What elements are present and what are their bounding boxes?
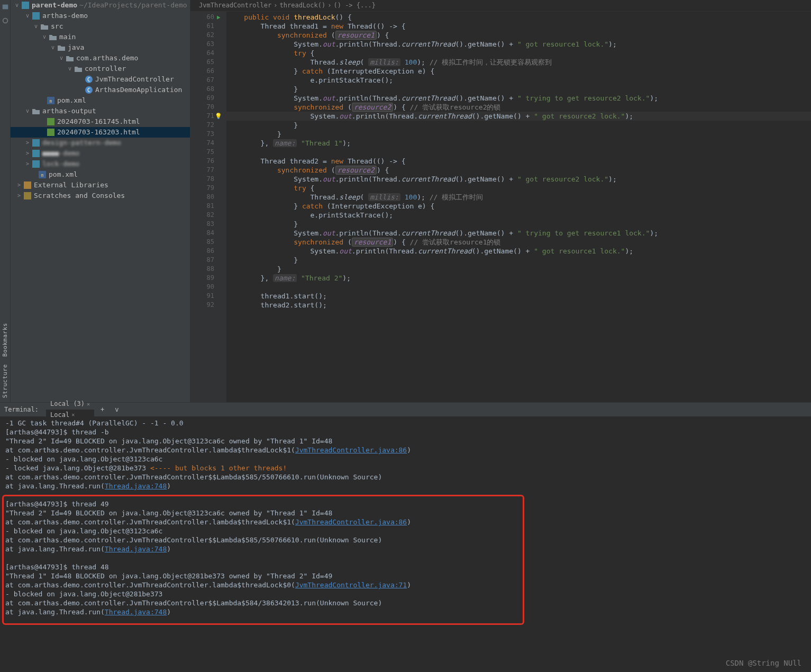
code-line[interactable]: Thread.sleep( millis: 100); // 模拟工作时间，让死…: [226, 58, 811, 67]
tree-item[interactable]: vcontroller: [11, 63, 190, 74]
breadcrumb-item[interactable]: JvmThreadController: [199, 1, 271, 10]
code-line[interactable]: } catch (InterruptedException e) {: [226, 67, 811, 76]
terminal-line: at com.arthas.demo.controller.JvmThreadC…: [5, 517, 806, 526]
tree-item[interactable]: varthas-demo: [11, 11, 190, 21]
tree-item[interactable]: vcom.arthas.demo: [11, 53, 190, 63]
code-line[interactable]: synchronized (resource2) {: [226, 166, 811, 175]
code-line[interactable]: thread2.start();: [226, 301, 811, 310]
bookmarks-tool[interactable]: Bookmarks: [1, 323, 9, 357]
html-icon: [47, 117, 55, 126]
mod-icon: [32, 149, 40, 158]
dir-icon: [40, 22, 49, 31]
terminal-line: at com.arthas.demo.controller.JvmThreadC…: [5, 473, 806, 482]
tree-item[interactable]: CArthasDemoApplication: [11, 85, 190, 95]
code-line[interactable]: Thread thread2 = new Thread(() -> {: [226, 157, 811, 166]
terminal-line: [5, 491, 806, 500]
breadcrumbs[interactable]: JvmThreadController › threadLock() › () …: [190, 0, 811, 12]
mod-icon: [32, 12, 40, 20]
terminal-body[interactable]: -1 GC task thread#4 (ParallelGC) - -1 - …: [0, 416, 811, 672]
code-line[interactable]: Thread.sleep( millis: 100); // 模拟工作时间: [226, 193, 811, 202]
code-line[interactable]: System.out.println(Thread.currentThread(…: [226, 247, 811, 256]
project-icon[interactable]: [2, 3, 9, 11]
code-line[interactable]: }: [226, 121, 811, 130]
tree-item[interactable]: mpom.xml: [11, 169, 190, 180]
code-line[interactable]: thread1.start();: [226, 292, 811, 301]
terminal-line: at com.arthas.demo.controller.JvmThreadC…: [5, 535, 806, 544]
code-line[interactable]: }, name: "Thread 2");: [226, 274, 811, 283]
intention-bulb-icon[interactable]: 💡: [215, 112, 222, 120]
code-line[interactable]: System.out.println(Thread.currentThread(…: [226, 112, 811, 121]
terminal-tab[interactable]: Local (3) ✕: [46, 398, 94, 410]
tree-root-name: parent-demo: [32, 1, 77, 10]
lib-icon: [23, 181, 32, 189]
add-terminal-tab[interactable]: +: [96, 404, 108, 415]
code-line[interactable]: }: [226, 130, 811, 139]
code-line[interactable]: System.out.println(Thread.currentThread(…: [226, 175, 811, 184]
tree-item[interactable]: vmain: [11, 32, 190, 42]
tree-item[interactable]: >design-pattern-demo: [11, 138, 190, 148]
code-line[interactable]: synchronized (resource1) { // 尝试获取resour…: [226, 238, 811, 247]
svg-text:m: m: [50, 99, 52, 104]
code-line[interactable]: System.out.println(Thread.currentThread(…: [226, 94, 811, 103]
svg-rect-17: [24, 181, 31, 189]
code-line[interactable]: try {: [226, 49, 811, 58]
code-line[interactable]: synchronized (resource1) {: [226, 31, 811, 40]
project-tree[interactable]: v parent-demo ~/IdeaProjects/parent-demo…: [11, 0, 190, 402]
terminal-line: - blocked on java.lang.Object@3123ca6c: [5, 455, 806, 464]
code-line[interactable]: } catch (InterruptedException e) {: [226, 202, 811, 211]
code-line[interactable]: System.out.println(Thread.currentThread(…: [226, 40, 811, 49]
tree-item[interactable]: 20240703-163203.html: [11, 127, 190, 138]
tree-item[interactable]: >External Libraries: [11, 180, 190, 190]
html-icon: [47, 128, 55, 137]
code-line[interactable]: Thread thread1 = new Thread(() -> {: [226, 22, 811, 31]
dir-icon: [49, 33, 57, 41]
tree-item[interactable]: 20240703-161745.html: [11, 116, 190, 127]
commit-icon[interactable]: [2, 17, 9, 24]
terminal-panel: Terminal: Local (3) ✕Local ✕ + v -1 GC t…: [0, 402, 811, 672]
mod-icon: [32, 160, 40, 168]
code-body[interactable]: public void threadLock() { Thread thread…: [226, 12, 811, 402]
main-row: Structure Bookmarks v parent-demo ~/Idea…: [0, 0, 811, 402]
breadcrumb-item[interactable]: threadLock(): [280, 1, 326, 10]
code-line[interactable]: }, name: "Thread 1");: [226, 139, 811, 148]
gutter[interactable]: 60▶6162636465666768697071💡72737475767778…: [190, 12, 226, 402]
code-line[interactable]: }: [226, 220, 811, 229]
dir-icon: [32, 107, 40, 115]
tree-item[interactable]: mpom.xml: [11, 95, 190, 106]
terminal-tabs: Terminal: Local (3) ✕Local ✕ + v: [0, 403, 811, 416]
structure-tool[interactable]: Structure: [1, 364, 9, 398]
code-line[interactable]: [226, 283, 811, 292]
code-line[interactable]: try {: [226, 184, 811, 193]
tree-item[interactable]: >■■■■-demo: [11, 148, 190, 159]
code-line[interactable]: public void threadLock() {: [226, 13, 811, 22]
close-icon[interactable]: ✕: [87, 401, 90, 408]
code-line[interactable]: }: [226, 265, 811, 274]
tree-item[interactable]: >Scratches and Consoles: [11, 190, 190, 201]
code-editor[interactable]: 60▶6162636465666768697071💡72737475767778…: [190, 12, 811, 402]
svg-rect-14: [32, 160, 40, 168]
tree-item[interactable]: CJvmThreadController: [11, 74, 190, 85]
code-line[interactable]: System.out.println(Thread.currentThread(…: [226, 229, 811, 238]
breadcrumb-item[interactable]: () -> {...}: [333, 1, 375, 10]
code-line[interactable]: }: [226, 256, 811, 265]
code-line[interactable]: [226, 148, 811, 157]
tree-item[interactable]: varthas-output: [11, 106, 190, 116]
code-line[interactable]: e.printStackTrace();: [226, 76, 811, 85]
terminal-line: at com.arthas.demo.controller.JvmThreadC…: [5, 446, 806, 455]
terminal-line: at java.lang.Thread.run(Thread.java:748): [5, 544, 806, 553]
code-line[interactable]: e.printStackTrace();: [226, 211, 811, 220]
dir-icon: [57, 43, 66, 52]
terminal-line: - blocked on java.lang.Object@3123ca6c: [5, 526, 806, 535]
tree-root[interactable]: v parent-demo ~/IdeaProjects/parent-demo: [11, 0, 190, 11]
terminal-tab-menu[interactable]: v: [111, 404, 123, 415]
code-line[interactable]: }: [226, 85, 811, 94]
ide-window: Structure Bookmarks v parent-demo ~/Idea…: [0, 0, 811, 672]
tree-item[interactable]: vsrc: [11, 21, 190, 32]
tree-item[interactable]: vjava: [11, 42, 190, 53]
run-gutter-icon[interactable]: ▶: [217, 13, 221, 21]
svg-rect-0: [2, 5, 8, 10]
tree-item[interactable]: >lock-demo: [11, 159, 190, 169]
mod-icon: [32, 139, 40, 147]
code-line[interactable]: synchronized (resource2) { // 尝试获取resour…: [226, 103, 811, 112]
terminal-line: at com.arthas.demo.controller.JvmThreadC…: [5, 598, 806, 607]
